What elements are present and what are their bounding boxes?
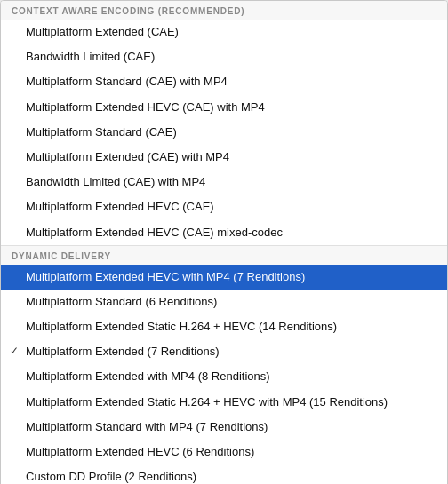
dropdown-item-cae-bandwidth-limited[interactable]: Bandwidth Limited (CAE) [1, 44, 447, 69]
dropdown-item-cae-multiplatform-extended-mp4[interactable]: Multiplatform Extended (CAE) with MP4 [1, 145, 447, 170]
dropdown-item-dd-multiplatform-extended-static-h264-hevc-mp4-15[interactable]: Multiplatform Extended Static H.264 + HE… [1, 390, 447, 415]
dropdown-item-dd-multiplatform-extended-mp4-8[interactable]: Multiplatform Extended with MP4 (8 Rendi… [1, 364, 447, 389]
dropdown-item-cae-multiplatform-extended-hevc[interactable]: Multiplatform Extended HEVC (CAE) [1, 194, 447, 219]
dropdown-item-dd-multiplatform-extended-static-h264-hevc-14[interactable]: Multiplatform Extended Static H.264 + HE… [1, 314, 447, 339]
dropdown-item-dd-custom-profile-2[interactable]: Custom DD Profile (2 Renditions) [1, 464, 447, 484]
dropdown-item-cae-multiplatform-standard[interactable]: Multiplatform Standard (CAE) [1, 120, 447, 145]
dropdown-item-cae-bandwidth-limited-mp4[interactable]: Bandwidth Limited (CAE) with MP4 [1, 170, 447, 194]
dropdown-item-cae-multiplatform-extended-hevc-mp4[interactable]: Multiplatform Extended HEVC (CAE) with M… [1, 95, 447, 120]
dropdown-item-cae-multiplatform-extended[interactable]: Multiplatform Extended (CAE) [1, 20, 447, 44]
dropdown-section-header-context-aware: CONTEXT AWARE ENCODING (RECOMMENDED) [1, 1, 447, 20]
dropdown-item-dd-multiplatform-standard-mp4-7[interactable]: Multiplatform Standard with MP4 (7 Rendi… [1, 415, 447, 440]
encoding-dropdown: CONTEXT AWARE ENCODING (RECOMMENDED)Mult… [0, 0, 448, 484]
dropdown-item-dd-multiplatform-extended-7[interactable]: Multiplatform Extended (7 Renditions) [1, 339, 447, 364]
dropdown-item-cae-multiplatform-standard-mp4[interactable]: Multiplatform Standard (CAE) with MP4 [1, 69, 447, 94]
page-background: Drag Your Videos Here or Browse for Vide… [0, 0, 448, 484]
dropdown-item-cae-multiplatform-extended-hevc-mixed[interactable]: Multiplatform Extended HEVC (CAE) mixed-… [1, 220, 447, 245]
dropdown-item-dd-multiplatform-extended-hevc-6[interactable]: Multiplatform Extended HEVC (6 Rendition… [1, 440, 447, 464]
dropdown-item-dd-multiplatform-standard-6[interactable]: Multiplatform Standard (6 Renditions) [1, 290, 447, 314]
dropdown-item-dd-multiplatform-extended-hevc-mp4-7[interactable]: Multiplatform Extended HEVC with MP4 (7 … [1, 265, 447, 290]
dropdown-section-header-dynamic-delivery: DYNAMIC DELIVERY [1, 245, 447, 265]
